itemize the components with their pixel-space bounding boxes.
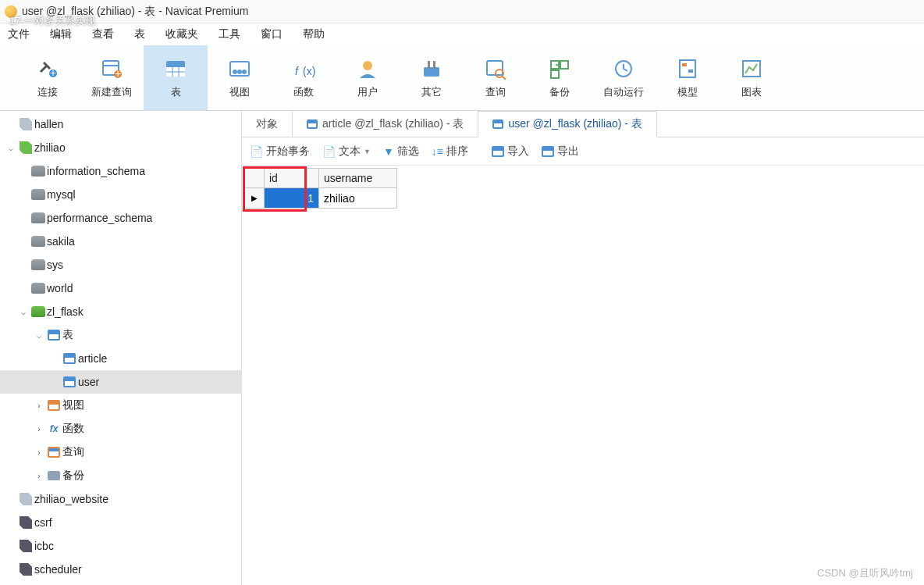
tree-item---[interactable]: ›视图 bbox=[0, 394, 241, 417]
cell-id[interactable]: 1 bbox=[265, 188, 319, 209]
tree-node-label: performance_schema bbox=[47, 212, 152, 224]
toolbar-label: 图表 bbox=[741, 85, 762, 99]
data-grid[interactable]: id username ▶ 1 zhiliao bbox=[242, 166, 924, 209]
tree-node-label: user bbox=[78, 376, 99, 388]
tab---[interactable]: 对象 bbox=[242, 111, 293, 137]
toolbar-chart-button[interactable]: 图表 bbox=[720, 45, 784, 110]
tree-item-icbc[interactable]: icbc bbox=[0, 534, 241, 558]
tree-item-mysql[interactable]: mysql bbox=[0, 183, 241, 206]
tab-label: 对象 bbox=[256, 117, 278, 131]
tree-item---[interactable]: ›备份 bbox=[0, 464, 241, 487]
main-panel: 对象article @zl_flask (zhiliao) - 表user @z… bbox=[242, 111, 924, 585]
table-row[interactable]: ▶ 1 zhiliao bbox=[244, 188, 924, 209]
export-button[interactable]: 导出 bbox=[542, 144, 579, 159]
column-header-username[interactable]: username bbox=[319, 168, 397, 188]
menu-favorites[interactable]: 收藏夹 bbox=[165, 27, 198, 41]
tree-node-label: zhiliao bbox=[34, 141, 66, 154]
toolbar-plug-button[interactable]: +连接 bbox=[16, 45, 80, 110]
row-selector[interactable]: ▶ bbox=[244, 188, 265, 209]
tree-item--[interactable]: ⌵表 bbox=[0, 323, 241, 347]
menu-table[interactable]: 表 bbox=[134, 27, 145, 41]
expander-icon[interactable]: ⌵ bbox=[17, 308, 30, 316]
svg-text:f: f bbox=[295, 65, 300, 77]
query-icon bbox=[482, 57, 509, 80]
chart-icon bbox=[738, 57, 765, 80]
menu-help[interactable]: 帮助 bbox=[303, 27, 325, 41]
svg-line-23 bbox=[503, 77, 506, 80]
toolbar-label: 函数 bbox=[293, 85, 314, 99]
menu-view[interactable]: 查看 bbox=[92, 27, 114, 41]
tree-node-label: csrf bbox=[34, 516, 52, 529]
toolbar-user-button[interactable]: 用户 bbox=[336, 45, 400, 110]
newquery-icon: + bbox=[98, 57, 125, 80]
tree-node-icon bbox=[61, 353, 78, 364]
svg-text:(x): (x) bbox=[303, 65, 315, 77]
toolbar-query-button[interactable]: 查询 bbox=[464, 45, 528, 110]
tree-item-csrf[interactable]: csrf bbox=[0, 511, 241, 534]
toolbar-label: 用户 bbox=[357, 85, 378, 99]
begin-transaction-button[interactable]: 📄 开始事务 bbox=[250, 144, 310, 159]
tree-item---[interactable]: ›查询 bbox=[0, 441, 241, 464]
tree-item-zl-flask[interactable]: ⌵zl_flask bbox=[0, 300, 241, 323]
import-icon bbox=[492, 146, 504, 157]
tree-item-sys[interactable]: sys bbox=[0, 253, 241, 276]
filter-button[interactable]: ▼ 筛选 bbox=[383, 144, 419, 159]
toolbar-table-button[interactable]: 表 bbox=[144, 45, 208, 110]
import-button[interactable]: 导入 bbox=[492, 144, 529, 159]
tree-node-icon bbox=[30, 283, 47, 294]
expander-icon[interactable]: › bbox=[33, 448, 45, 457]
tree-node-label: 函数 bbox=[62, 422, 84, 436]
sort-button[interactable]: ↓≡ 排序 bbox=[432, 144, 468, 159]
toolbar-fx-button[interactable]: f(x)函数 bbox=[272, 45, 336, 110]
menu-edit[interactable]: 编辑 bbox=[50, 27, 72, 41]
column-header-id[interactable]: id bbox=[265, 168, 319, 188]
expander-icon[interactable]: ⌵ bbox=[33, 331, 45, 340]
tab-label: user @zl_flask (zhiliao) - 表 bbox=[508, 117, 641, 131]
tree-node-icon bbox=[45, 400, 62, 411]
expander-icon[interactable]: › bbox=[33, 401, 45, 410]
toolbar-other-button[interactable]: 其它 bbox=[400, 45, 464, 110]
tree-item-zhiliao-website[interactable]: zhiliao_website bbox=[0, 487, 241, 511]
toolbar-label: 连接 bbox=[37, 85, 58, 99]
tree-item-article[interactable]: article bbox=[0, 347, 241, 370]
expander-icon[interactable]: › bbox=[33, 472, 45, 480]
toolbar-view-button[interactable]: 视图 bbox=[208, 45, 272, 110]
tree-item-information-schema[interactable]: information_schema bbox=[0, 159, 241, 183]
tree-node-label: sys bbox=[47, 259, 63, 271]
toolbar-auto-button[interactable]: 自动运行 bbox=[592, 45, 656, 110]
tree-item-zhiliao[interactable]: ⌵zhiliao bbox=[0, 136, 241, 159]
menu-file[interactable]: 文件 bbox=[8, 27, 30, 41]
tree-item-scheduler[interactable]: scheduler bbox=[0, 558, 241, 581]
toolbar-newquery-button[interactable]: +新建查询 bbox=[80, 45, 144, 110]
svg-rect-30 bbox=[682, 63, 687, 66]
tree-item-hallen[interactable]: hallen bbox=[0, 112, 241, 136]
toolbar-backup-button[interactable]: ✓备份 bbox=[528, 45, 592, 110]
plug-icon: + bbox=[34, 57, 61, 80]
tree-item-performance-schema[interactable]: performance_schema bbox=[0, 206, 241, 230]
expander-icon[interactable]: ⌵ bbox=[5, 144, 17, 152]
expander-icon[interactable]: › bbox=[33, 425, 45, 433]
table-icon bbox=[307, 119, 318, 129]
tab-user--zl-flask--zhil[interactable]: user @zl_flask (zhiliao) - 表 bbox=[478, 111, 656, 137]
menu-window[interactable]: 窗口 bbox=[261, 27, 283, 41]
tree-item-user[interactable]: user bbox=[0, 370, 241, 394]
tree-node-icon bbox=[45, 447, 62, 458]
tree-node-icon bbox=[30, 259, 47, 270]
menu-tools[interactable]: 工具 bbox=[219, 27, 240, 41]
row-selector-header[interactable] bbox=[244, 168, 265, 188]
tree-item-world[interactable]: world bbox=[0, 276, 241, 300]
connection-tree[interactable]: hallen⌵zhiliaoinformation_schemamysqlper… bbox=[0, 111, 242, 585]
toolbar-label: 其它 bbox=[421, 85, 442, 99]
cell-username[interactable]: zhiliao bbox=[319, 188, 397, 209]
toolbar-model-button[interactable]: 模型 bbox=[656, 45, 720, 110]
chevron-down-icon: ▼ bbox=[364, 148, 371, 155]
toolbar-label: 视图 bbox=[229, 85, 250, 99]
backup-icon: ✓ bbox=[546, 57, 573, 80]
tree-node-label: article bbox=[78, 352, 107, 365]
table-sub-toolbar: 📄 开始事务 📄 文本 ▼ ▼ 筛选 ↓≡ 排序 导入 导出 bbox=[242, 137, 924, 166]
tree-item-sakila[interactable]: sakila bbox=[0, 230, 241, 253]
svg-text:✓: ✓ bbox=[554, 58, 563, 70]
tree-item---[interactable]: ›fx函数 bbox=[0, 417, 241, 441]
tab-article--zl-flask--z[interactable]: article @zl_flask (zhiliao) - 表 bbox=[293, 111, 478, 137]
text-mode-button[interactable]: 📄 文本 ▼ bbox=[322, 144, 371, 159]
